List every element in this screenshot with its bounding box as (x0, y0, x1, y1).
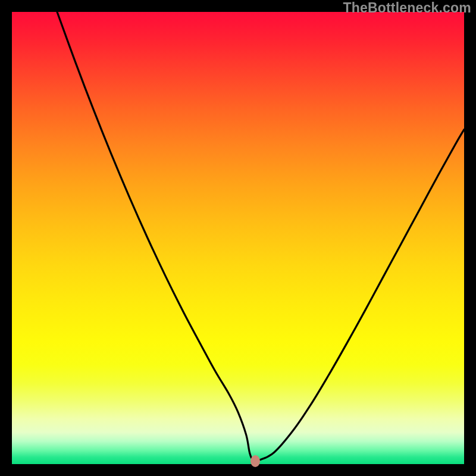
chart-frame: TheBottleneck.com (0, 0, 476, 476)
watermark-text: TheBottleneck.com (343, 0, 471, 16)
plot-area (12, 12, 464, 464)
bottleneck-curve (12, 12, 464, 464)
optimal-point-marker (250, 455, 260, 467)
